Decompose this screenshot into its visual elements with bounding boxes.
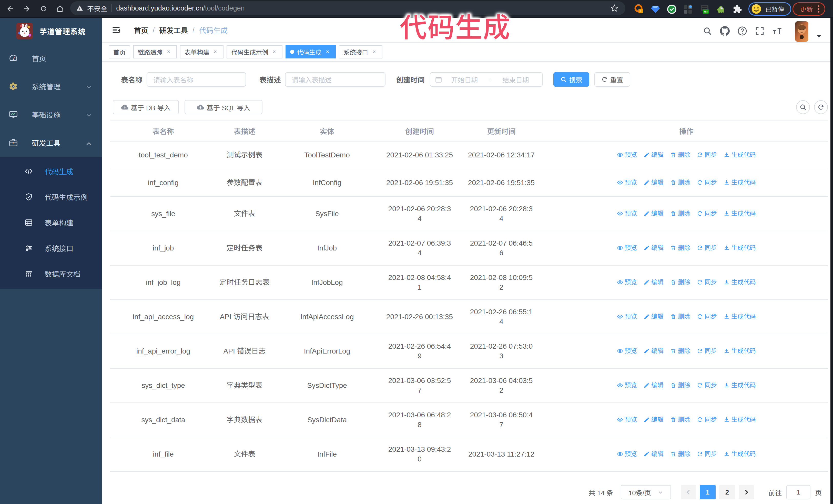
action-预览[interactable]: 预览 [617,379,637,391]
action-编辑[interactable]: 编辑 [644,177,664,188]
extensions-puzzle-icon[interactable] [733,4,742,14]
action-同步[interactable]: 同步 [697,414,717,426]
bookmark-star-icon[interactable] [611,4,618,12]
tab-代码生成[interactable]: 代码生成× [286,45,336,58]
action-同步[interactable]: 同步 [697,208,717,219]
browser-menu-kebab-icon[interactable] [818,5,819,13]
sidebar-subitem-表单构建[interactable]: 表单构建 [0,210,102,235]
action-编辑[interactable]: 编辑 [644,277,664,288]
import-sql-button[interactable]: 基于 SQL 导入 [185,100,262,114]
action-编辑[interactable]: 编辑 [644,414,664,426]
page-button-2[interactable]: 2 [719,485,735,499]
action-编辑[interactable]: 编辑 [644,345,664,357]
action-删除[interactable]: 删除 [670,379,690,391]
goto-page-input[interactable]: 1 [786,485,810,499]
sidebar-subitem-系统接口[interactable]: 系统接口 [0,235,102,261]
action-生成代码[interactable]: 生成代码 [723,208,756,219]
browser-scrollbar[interactable] [830,18,833,504]
tab-系统接口[interactable]: 系统接口× [339,45,382,58]
extension-on-badge-icon[interactable]: on [700,4,709,14]
action-预览[interactable]: 预览 [617,149,637,161]
browser-reload-button[interactable] [40,5,48,13]
extension-gem-icon[interactable] [650,4,660,14]
tab-close-icon[interactable]: × [324,48,331,55]
show-search-toggle-button[interactable] [796,100,810,114]
table-desc-input[interactable]: 请输入表描述 [285,72,385,87]
refresh-table-button[interactable] [814,100,828,114]
action-预览[interactable]: 预览 [617,242,637,254]
sidebar-item-研发工具[interactable]: 研发工具 [0,129,102,157]
action-生成代码[interactable]: 生成代码 [723,345,756,357]
action-生成代码[interactable]: 生成代码 [723,311,756,322]
tab-表单构建[interactable]: 表单构建× [180,45,223,58]
action-预览[interactable]: 预览 [617,311,637,322]
tab-首页[interactable]: 首页 [109,45,130,58]
action-删除[interactable]: 删除 [670,149,690,161]
action-生成代码[interactable]: 生成代码 [723,379,756,391]
header-search-icon[interactable] [699,19,716,43]
sidebar-subitem-代码生成[interactable]: 代码生成 [0,159,102,184]
prev-page-button[interactable] [681,485,696,499]
action-同步[interactable]: 同步 [697,311,717,322]
action-删除[interactable]: 删除 [670,277,690,288]
action-删除[interactable]: 删除 [670,448,690,460]
action-同步[interactable]: 同步 [697,277,717,288]
action-生成代码[interactable]: 生成代码 [723,149,756,161]
action-预览[interactable]: 预览 [617,177,637,188]
sidebar-item-首页[interactable]: 首页 [0,44,102,72]
import-db-button[interactable]: 基于 DB 导入 [113,100,179,114]
tab-close-icon[interactable]: × [371,48,378,55]
extension-monster-icon[interactable] [716,4,725,14]
browser-back-button[interactable] [6,5,14,13]
table-name-input[interactable]: 请输入表名称 [147,72,246,87]
user-avatar[interactable] [795,18,808,42]
action-预览[interactable]: 预览 [617,277,637,288]
action-编辑[interactable]: 编辑 [644,149,664,161]
action-生成代码[interactable]: 生成代码 [723,277,756,288]
action-生成代码[interactable]: 生成代码 [723,177,756,188]
action-编辑[interactable]: 编辑 [644,448,664,460]
next-page-button[interactable] [739,485,754,499]
help-doc-icon[interactable] [734,19,751,43]
action-生成代码[interactable]: 生成代码 [723,448,756,460]
tab-close-icon[interactable]: × [212,48,219,55]
action-删除[interactable]: 删除 [670,345,690,357]
page-size-select[interactable]: 10条/页 [621,485,671,499]
tab-代码生成示例[interactable]: 代码生成示例× [227,45,282,58]
action-编辑[interactable]: 编辑 [644,311,664,322]
action-删除[interactable]: 删除 [670,177,690,188]
tab-close-icon[interactable]: × [165,48,172,55]
tab-链路追踪[interactable]: 链路追踪× [133,45,177,58]
action-同步[interactable]: 同步 [697,242,717,254]
action-删除[interactable]: 删除 [670,242,690,254]
action-生成代码[interactable]: 生成代码 [723,414,756,426]
sidebar-subitem-数据库文档[interactable]: 数据库文档 [0,261,102,287]
app-logo[interactable]: 芋道管理系统 [0,18,102,44]
sidebar-item-基础设施[interactable]: 基础设施 [0,100,102,129]
avatar-caret-down-icon[interactable] [816,33,822,39]
action-同步[interactable]: 同步 [697,345,717,357]
github-icon[interactable] [716,19,734,43]
action-同步[interactable]: 同步 [697,177,717,188]
action-同步[interactable]: 同步 [697,379,717,391]
breadcrumb-item-首页[interactable]: 首页 [134,25,148,35]
action-删除[interactable]: 删除 [670,208,690,219]
action-删除[interactable]: 删除 [670,414,690,426]
extension-green-check-icon[interactable] [667,4,676,14]
font-size-icon[interactable] [768,19,786,43]
sidebar-toggle-hamburger-icon[interactable] [112,26,120,34]
tab-close-icon[interactable]: × [271,48,278,55]
action-预览[interactable]: 预览 [617,345,637,357]
action-预览[interactable]: 预览 [617,208,637,219]
sidebar-subitem-代码生成示例[interactable]: 代码生成示例 [0,184,102,210]
extension-tabs-icon[interactable] [683,4,693,14]
browser-update-button[interactable]: 更新 [792,2,825,16]
page-button-1[interactable]: 1 [700,485,716,499]
fullscreen-icon[interactable] [751,19,768,43]
action-编辑[interactable]: 编辑 [644,242,664,254]
action-删除[interactable]: 删除 [670,311,690,322]
action-生成代码[interactable]: 生成代码 [723,242,756,254]
search-button[interactable]: 搜索 [553,72,589,87]
action-编辑[interactable]: 编辑 [644,379,664,391]
extension-orange-recorder-icon[interactable]: 1 [634,4,643,14]
